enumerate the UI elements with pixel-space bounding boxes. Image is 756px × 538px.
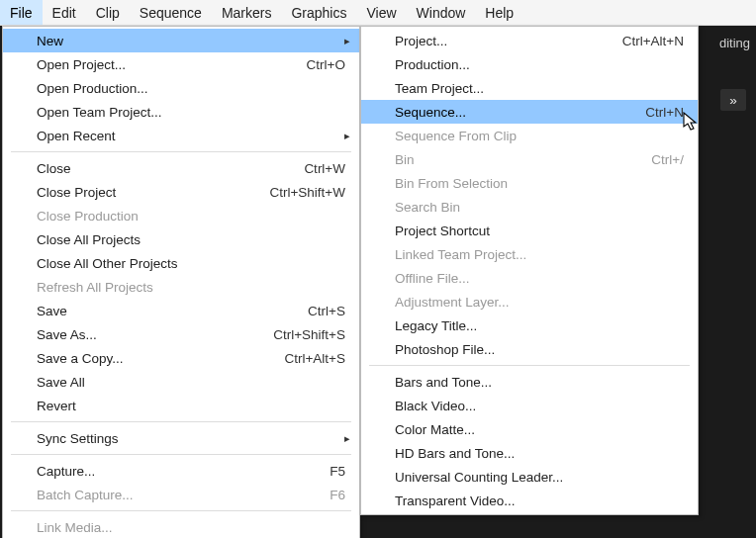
- menu-item-label: Sync Settings: [37, 431, 345, 446]
- file-menu-item-open-recent[interactable]: Open Recent▸: [3, 124, 359, 147]
- file-menu-item-revert[interactable]: Revert: [3, 394, 359, 417]
- menu-item-label: Search Bin: [395, 200, 684, 215]
- menu-item-label: Batch Capture...: [37, 488, 236, 502]
- menubar-item-markers[interactable]: Markers: [212, 0, 282, 25]
- file-menu-item-close[interactable]: CloseCtrl+W: [3, 156, 359, 180]
- new-submenu-item-search-bin: Search Bin: [361, 195, 698, 219]
- new-submenu-item-universal-counting-leader[interactable]: Universal Counting Leader...: [361, 465, 698, 489]
- menubar-item-help[interactable]: Help: [475, 0, 523, 25]
- menu-item-label: Link Media...: [37, 520, 345, 535]
- menu-item-label: Bars and Tone...: [395, 375, 684, 390]
- menu-item-shortcut: Ctrl+Alt+N: [593, 34, 684, 48]
- chevron-right-double-icon: »: [729, 93, 737, 108]
- menu-item-label: HD Bars and Tone...: [395, 446, 684, 461]
- menubar-item-edit[interactable]: Edit: [43, 0, 86, 25]
- file-menu-item-save[interactable]: SaveCtrl+S: [3, 299, 359, 322]
- new-submenu-item-adjustment-layer: Adjustment Layer...: [361, 290, 698, 314]
- menu-item-label: Save As...: [37, 327, 236, 342]
- file-menu-item-open-production[interactable]: Open Production...: [3, 76, 359, 100]
- menu-item-label: Black Video...: [395, 399, 684, 413]
- chevron-right-icon: ▸: [344, 433, 350, 444]
- new-submenu-item-sequence-from-clip: Sequence From Clip: [361, 124, 698, 147]
- menu-item-shortcut: Ctrl+Shift+S: [254, 327, 345, 342]
- new-submenu-item-legacy-title[interactable]: Legacy Title...: [361, 314, 698, 337]
- menubar-item-clip[interactable]: Clip: [86, 0, 130, 25]
- file-menu-item-save-as[interactable]: Save As...Ctrl+Shift+S: [3, 322, 359, 346]
- file-menu-item-capture[interactable]: Capture...F5: [3, 459, 359, 483]
- file-menu-item-close-project[interactable]: Close ProjectCtrl+Shift+W: [3, 180, 359, 204]
- menubar-item-window[interactable]: Window: [407, 0, 476, 25]
- workspace-tab-partial[interactable]: diting: [719, 36, 750, 50]
- file-menu-item-open-team-project[interactable]: Open Team Project...: [3, 100, 359, 124]
- menubar-item-file[interactable]: File: [0, 0, 43, 25]
- menu-item-label: Open Team Project...: [37, 105, 345, 120]
- menu-item-label: Save: [37, 304, 236, 318]
- file-menu-separator: [11, 454, 351, 455]
- new-submenu-separator: [369, 365, 690, 366]
- new-submenu-item-bars-and-tone[interactable]: Bars and Tone...: [361, 370, 698, 394]
- menu-item-label: Open Recent: [37, 129, 345, 143]
- new-submenu-item-color-matte[interactable]: Color Matte...: [361, 417, 698, 441]
- menu-item-label: Transparent Video...: [395, 493, 684, 508]
- menu-item-label: Bin From Selection: [395, 176, 684, 191]
- menu-item-shortcut: Ctrl+O: [254, 57, 345, 72]
- menu-item-shortcut: Ctrl+N: [593, 105, 684, 120]
- menu-item-label: Team Project...: [395, 81, 684, 96]
- menu-item-label: Offline File...: [395, 271, 684, 286]
- menubar-item-sequence[interactable]: Sequence: [130, 0, 212, 25]
- menu-item-label: Adjustment Layer...: [395, 295, 684, 310]
- new-submenu-item-sequence[interactable]: Sequence...Ctrl+N: [361, 100, 698, 124]
- new-submenu-item-project[interactable]: Project...Ctrl+Alt+N: [361, 29, 698, 52]
- menu-item-label: Bin: [395, 152, 575, 167]
- file-menu-item-save-all[interactable]: Save All: [3, 370, 359, 394]
- menu-item-shortcut: Ctrl+Shift+W: [254, 185, 345, 200]
- file-menu-item-save-a-copy[interactable]: Save a Copy...Ctrl+Alt+S: [3, 346, 359, 370]
- menu-item-label: New: [37, 34, 345, 48]
- file-menu-dropdown: New▸Open Project...Ctrl+OOpen Production…: [2, 26, 360, 538]
- file-menu-item-sync-settings[interactable]: Sync Settings▸: [3, 426, 359, 450]
- expand-panels-button[interactable]: »: [720, 89, 746, 111]
- file-menu-item-open-project[interactable]: Open Project...Ctrl+O: [3, 52, 359, 76]
- file-menu-item-batch-capture: Batch Capture...F6: [3, 483, 359, 506]
- menu-item-label: Sequence From Clip: [395, 129, 684, 143]
- menu-item-label: Project Shortcut: [395, 224, 684, 238]
- menu-item-shortcut: F6: [254, 488, 345, 502]
- new-submenu-item-offline-file: Offline File...: [361, 266, 698, 290]
- menubar-item-view[interactable]: View: [356, 0, 406, 25]
- menu-item-label: Close: [37, 161, 236, 176]
- new-submenu-item-hd-bars-and-tone[interactable]: HD Bars and Tone...: [361, 441, 698, 465]
- file-menu-item-close-all-projects[interactable]: Close All Projects: [3, 227, 359, 251]
- new-submenu-item-black-video[interactable]: Black Video...: [361, 394, 698, 417]
- file-menu-item-refresh-all-projects: Refresh All Projects: [3, 275, 359, 299]
- menu-item-shortcut: Ctrl+/: [593, 152, 684, 167]
- new-submenu-item-linked-team-project: Linked Team Project...: [361, 242, 698, 266]
- new-submenu-item-transparent-video[interactable]: Transparent Video...: [361, 489, 698, 512]
- menu-item-shortcut: Ctrl+Alt+S: [254, 351, 345, 366]
- menu-item-label: Revert: [37, 399, 345, 413]
- new-submenu-item-production[interactable]: Production...: [361, 52, 698, 76]
- new-submenu-item-photoshop-file[interactable]: Photoshop File...: [361, 337, 698, 361]
- menu-item-shortcut: F5: [254, 464, 345, 479]
- file-menu-separator: [11, 510, 351, 511]
- file-menu-item-link-media: Link Media...: [3, 515, 359, 538]
- menu-item-label: Sequence...: [395, 105, 575, 120]
- new-submenu-item-project-shortcut[interactable]: Project Shortcut: [361, 219, 698, 242]
- menubar: FileEditClipSequenceMarkersGraphicsViewW…: [0, 0, 756, 26]
- new-submenu-item-team-project[interactable]: Team Project...: [361, 76, 698, 100]
- menu-item-label: Save All: [37, 375, 345, 390]
- menu-item-label: Close All Other Projects: [37, 256, 345, 271]
- menu-item-label: Legacy Title...: [395, 318, 684, 333]
- file-menu-item-close-all-other-projects[interactable]: Close All Other Projects: [3, 251, 359, 275]
- menu-item-label: Close Production: [37, 209, 345, 224]
- menubar-item-graphics[interactable]: Graphics: [281, 0, 356, 25]
- menu-item-label: Production...: [395, 57, 684, 72]
- menu-item-label: Photoshop File...: [395, 342, 684, 357]
- menu-item-shortcut: Ctrl+W: [254, 161, 345, 176]
- file-menu-separator: [11, 151, 351, 152]
- menu-item-label: Project...: [395, 34, 575, 48]
- file-menu-item-close-production: Close Production: [3, 204, 359, 227]
- menu-item-label: Close Project: [37, 185, 236, 200]
- file-menu-item-new[interactable]: New▸: [3, 29, 359, 52]
- menu-item-label: Universal Counting Leader...: [395, 470, 684, 485]
- chevron-right-icon: ▸: [344, 36, 350, 46]
